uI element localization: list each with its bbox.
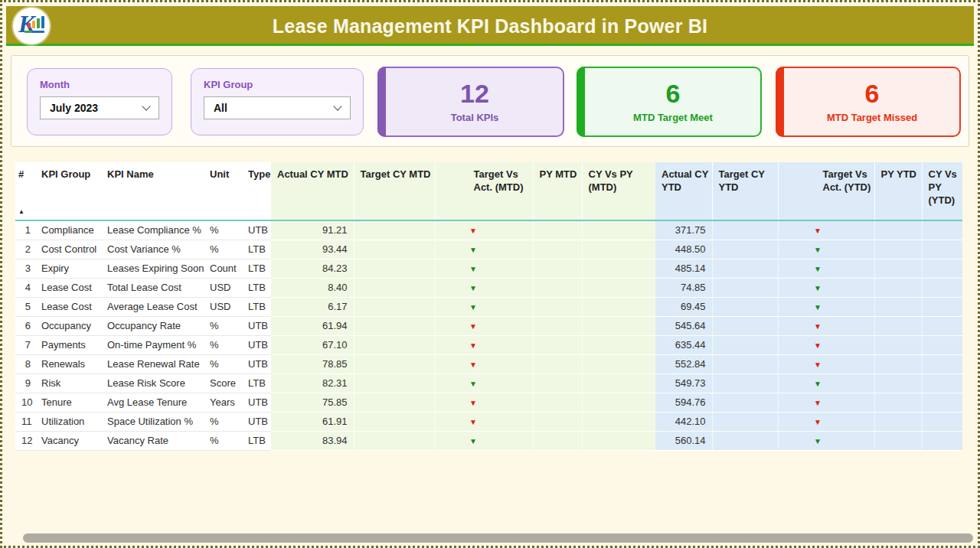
cell-target-vs-act-ytd[interactable]: ▼ — [778, 240, 874, 259]
cell-actual-cy-ytd[interactable]: 635.44 — [655, 335, 712, 354]
column-header-type[interactable]: Type — [242, 162, 271, 220]
cell-unit[interactable]: Count — [204, 259, 242, 278]
cell-actual-cy-mtd[interactable]: 67.10 — [271, 335, 354, 354]
cell-target-cy-ytd[interactable] — [712, 259, 778, 278]
cell-py-mtd[interactable] — [533, 297, 582, 316]
cell-row-number[interactable]: 1 — [15, 220, 35, 240]
cell-kpi-group[interactable]: Cost Control — [35, 240, 101, 259]
cell-target-vs-act-mtd[interactable]: ▼ — [435, 297, 533, 316]
cell-unit[interactable]: Years — [204, 393, 242, 412]
cell-target-cy-mtd[interactable] — [354, 240, 435, 259]
cell-kpi-name[interactable]: Total Lease Cost — [101, 278, 204, 297]
cell-py-mtd[interactable] — [533, 335, 582, 354]
kpi-group-dropdown[interactable]: All — [204, 96, 351, 119]
cell-cy-vs-py-ytd[interactable] — [922, 335, 962, 354]
cell-cy-vs-py-ytd[interactable] — [922, 278, 962, 297]
cell-row-number[interactable]: 6 — [15, 316, 35, 335]
cell-target-vs-act-ytd[interactable]: ▼ — [778, 335, 874, 354]
cell-actual-cy-mtd[interactable]: 61.91 — [271, 412, 354, 431]
cell-type[interactable]: LTB — [242, 373, 271, 393]
cell-py-mtd[interactable] — [533, 259, 582, 278]
cell-kpi-group[interactable]: Risk — [35, 373, 101, 393]
cell-target-cy-mtd[interactable] — [354, 354, 435, 373]
cell-actual-cy-ytd[interactable]: 594.76 — [655, 393, 712, 412]
cell-target-vs-act-ytd[interactable]: ▼ — [778, 220, 874, 240]
cell-row-number[interactable]: 7 — [15, 335, 35, 354]
cell-unit[interactable]: % — [204, 316, 242, 335]
cell-target-cy-mtd[interactable] — [354, 278, 435, 297]
cell-row-number[interactable]: 5 — [15, 297, 35, 316]
cell-cy-vs-py-mtd[interactable] — [582, 412, 655, 431]
cell-kpi-name[interactable]: Occupancy Rate — [101, 316, 204, 335]
cell-cy-vs-py-mtd[interactable] — [582, 354, 655, 373]
cell-cy-vs-py-ytd[interactable] — [922, 259, 962, 278]
cell-target-vs-act-ytd[interactable]: ▼ — [778, 316, 874, 335]
cell-kpi-name[interactable]: Leases Expiring Soon — [101, 259, 204, 278]
cell-cy-vs-py-ytd[interactable] — [922, 412, 962, 431]
cell-type[interactable]: UTB — [242, 412, 271, 431]
cell-row-number[interactable]: 11 — [15, 412, 35, 431]
cell-target-cy-ytd[interactable] — [712, 431, 778, 450]
cell-actual-cy-mtd[interactable]: 75.85 — [271, 393, 354, 412]
cell-actual-cy-ytd[interactable]: 69.45 — [655, 297, 712, 316]
cell-actual-cy-ytd[interactable]: 74.85 — [655, 278, 712, 297]
cell-target-vs-act-ytd[interactable]: ▼ — [778, 354, 874, 373]
cell-target-cy-ytd[interactable] — [712, 278, 778, 297]
cell-kpi-group[interactable]: Vacancy — [35, 431, 101, 450]
cell-kpi-group[interactable]: Utilization — [35, 412, 101, 431]
cell-target-cy-ytd[interactable] — [712, 220, 778, 240]
cell-target-vs-act-mtd[interactable]: ▼ — [435, 220, 533, 240]
cell-target-cy-mtd[interactable] — [354, 373, 435, 393]
cell-py-ytd[interactable] — [874, 240, 922, 259]
cell-actual-cy-mtd[interactable]: 6.17 — [271, 297, 354, 316]
kpi-card-mtd-target-meet[interactable]: 6 MTD Target Meet — [577, 67, 762, 137]
cell-kpi-group[interactable]: Tenure — [35, 393, 101, 412]
cell-actual-cy-ytd[interactable]: 549.73 — [655, 373, 712, 393]
cell-cy-vs-py-ytd[interactable] — [922, 240, 962, 259]
cell-target-cy-ytd[interactable] — [712, 354, 778, 373]
cell-target-cy-mtd[interactable] — [354, 259, 435, 278]
cell-row-number[interactable]: 2 — [15, 240, 35, 259]
cell-target-vs-act-ytd[interactable]: ▼ — [778, 393, 874, 412]
cell-py-mtd[interactable] — [533, 393, 582, 412]
cell-kpi-name[interactable]: On-time Payment % — [101, 335, 204, 354]
cell-cy-vs-py-mtd[interactable] — [582, 373, 655, 393]
cell-target-cy-ytd[interactable] — [712, 297, 778, 316]
cell-actual-cy-ytd[interactable]: 442.10 — [655, 412, 712, 431]
column-header-cy-vs-py-ytd[interactable]: CY Vs PY (YTD) — [922, 162, 962, 220]
cell-kpi-name[interactable]: Lease Compliance % — [101, 220, 204, 240]
column-header-actual-cy-ytd[interactable]: Actual CY YTD — [655, 162, 712, 220]
cell-actual-cy-mtd[interactable]: 84.23 — [271, 259, 354, 278]
cell-kpi-name[interactable]: Avg Lease Tenure — [101, 393, 204, 412]
cell-actual-cy-mtd[interactable]: 83.94 — [271, 431, 354, 450]
cell-cy-vs-py-ytd[interactable] — [922, 431, 962, 450]
cell-target-vs-act-ytd[interactable]: ▼ — [778, 278, 874, 297]
horizontal-scrollbar[interactable] — [23, 533, 973, 543]
cell-unit[interactable]: % — [204, 335, 242, 354]
cell-target-cy-ytd[interactable] — [712, 335, 778, 354]
cell-cy-vs-py-mtd[interactable] — [582, 259, 655, 278]
cell-target-vs-act-mtd[interactable]: ▼ — [435, 354, 533, 373]
cell-target-vs-act-ytd[interactable]: ▼ — [778, 431, 874, 450]
cell-kpi-group[interactable]: Expiry — [35, 259, 101, 278]
cell-py-ytd[interactable] — [874, 316, 922, 335]
kpi-card-total-kpis[interactable]: 12 Total KPIs — [377, 67, 564, 137]
cell-target-cy-ytd[interactable] — [712, 316, 778, 335]
cell-type[interactable]: LTB — [242, 297, 271, 316]
cell-kpi-group[interactable]: Payments — [35, 335, 101, 354]
cell-py-ytd[interactable] — [874, 373, 922, 393]
cell-type[interactable]: UTB — [242, 335, 271, 354]
cell-actual-cy-mtd[interactable]: 82.31 — [271, 373, 354, 393]
cell-row-number[interactable]: 12 — [15, 431, 35, 450]
cell-target-cy-mtd[interactable] — [354, 220, 435, 240]
cell-py-ytd[interactable] — [874, 220, 922, 240]
cell-kpi-name[interactable]: Lease Renewal Rate — [101, 354, 204, 373]
cell-py-ytd[interactable] — [874, 393, 922, 412]
kpi-card-mtd-target-missed[interactable]: 6 MTD Target Missed — [776, 67, 961, 137]
cell-type[interactable]: LTB — [242, 431, 271, 450]
cell-type[interactable]: UTB — [242, 393, 271, 412]
cell-target-vs-act-mtd[interactable]: ▼ — [435, 431, 533, 450]
cell-cy-vs-py-ytd[interactable] — [922, 354, 962, 373]
cell-actual-cy-mtd[interactable]: 93.44 — [271, 240, 354, 259]
cell-actual-cy-ytd[interactable]: 552.84 — [655, 354, 712, 373]
